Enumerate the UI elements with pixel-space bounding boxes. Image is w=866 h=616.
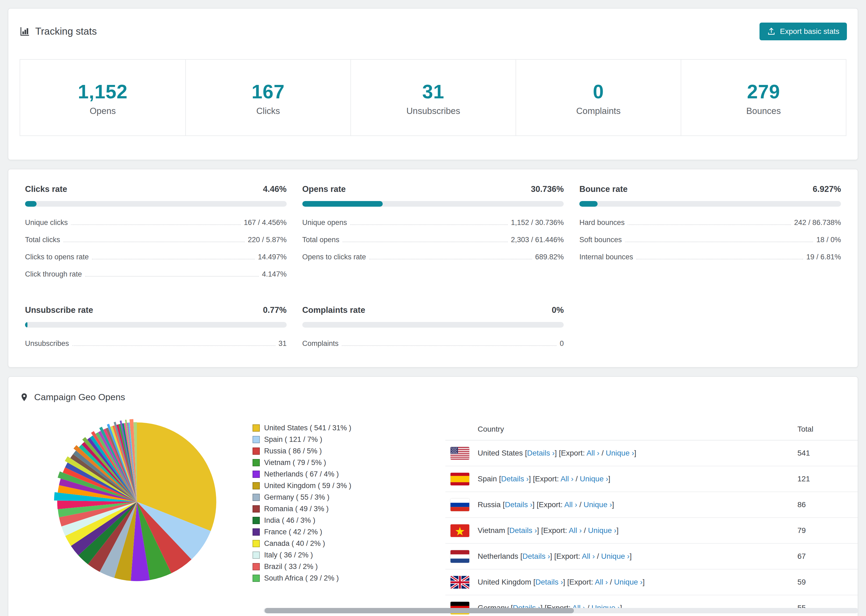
legend-item[interactable]: United Kingdom ( 59 / 3% ) <box>252 480 351 492</box>
details-link[interactable]: Details › <box>501 475 529 483</box>
rate-row-value: 4.147% <box>262 270 287 278</box>
rate-rows: Unique clicks 167 / 4.456% Total clicks … <box>25 218 287 278</box>
flag-es-icon <box>450 473 469 486</box>
bracket-open: [ <box>501 500 505 509</box>
rate-section: Opens rate 30.736% Unique opens 1,152 / … <box>302 184 564 278</box>
country-name: Russia <box>478 500 501 509</box>
legend-swatch-icon <box>252 528 260 536</box>
export-all-link[interactable]: All › <box>569 526 582 534</box>
export-unique-link[interactable]: Unique › <box>614 578 642 586</box>
flag-vn-icon <box>450 524 469 537</box>
details-link[interactable]: Details › <box>535 578 563 586</box>
total-cell: 541 <box>797 449 858 457</box>
dotted-leader <box>342 345 557 346</box>
geo-opens-card: Campaign Geo Opens United States ( 541 /… <box>8 376 858 616</box>
slash-separator: / <box>608 578 614 586</box>
bracket-open: [ <box>497 475 501 483</box>
export-unique-link[interactable]: Unique › <box>601 552 630 560</box>
slash-separator: / <box>582 526 588 534</box>
legend-item[interactable]: Brazil ( 33 / 2% ) <box>252 561 351 572</box>
rate-title: Bounce rate <box>579 184 627 194</box>
export-all-link[interactable]: All › <box>561 475 573 483</box>
rate-row: Total opens 2,303 / 61.446% <box>302 236 564 244</box>
geo-table-row: United Kingdom [Details ›] [Export: All … <box>446 569 858 595</box>
details-link[interactable]: Details › <box>509 526 537 534</box>
rate-rows: Hard bounces 242 / 86.738% Soft bounces … <box>579 218 841 261</box>
rate-head: Complaints rate 0% <box>302 305 564 315</box>
legend-swatch-icon <box>252 459 260 466</box>
bracket-close: ] <box>630 552 632 560</box>
rate-progress-fill <box>302 201 383 207</box>
stat-cell: 279 Bounces <box>681 60 846 135</box>
details-link[interactable]: Details › <box>523 552 550 560</box>
legend-item[interactable]: Canada ( 40 / 2% ) <box>252 538 351 549</box>
export-word: Export: <box>561 449 587 457</box>
legend-item[interactable]: Germany ( 55 / 3% ) <box>252 492 351 503</box>
rate-value: 0.77% <box>263 305 287 315</box>
export-all-link[interactable]: All › <box>587 449 600 457</box>
country-name: Vietnam <box>478 526 505 534</box>
rate-row-label: Click through rate <box>25 270 82 278</box>
details-link[interactable]: Details › <box>527 449 555 457</box>
stat-value: 31 <box>354 81 513 103</box>
legend-label: Spain ( 121 / 7% ) <box>264 435 322 444</box>
tracking-stats-title: Tracking stats <box>20 26 97 37</box>
horizontal-scrollbar-track[interactable] <box>264 608 858 613</box>
details-link[interactable]: Details › <box>505 500 532 509</box>
stat-label: Opens <box>23 106 183 116</box>
rate-title: Unsubscribe rate <box>25 305 93 315</box>
total-cell: 59 <box>797 578 858 586</box>
legend-swatch-icon <box>252 448 260 455</box>
dotted-leader <box>343 242 508 242</box>
rate-value: 30.736% <box>531 184 564 194</box>
rate-row-label: Internal bounces <box>579 253 633 261</box>
slash-separator: / <box>595 552 601 560</box>
export-basic-stats-button[interactable]: Export basic stats <box>759 23 847 40</box>
rate-row: Soft bounces 18 / 0% <box>579 236 841 244</box>
bracket-close: ] <box>608 475 611 483</box>
legend-swatch-icon <box>252 436 260 443</box>
legend-item[interactable]: India ( 46 / 3% ) <box>252 515 351 526</box>
slash-separator: / <box>600 449 606 457</box>
export-all-link[interactable]: All › <box>582 552 595 560</box>
legend-swatch-icon <box>252 482 260 489</box>
rate-title: Complaints rate <box>302 305 365 315</box>
flag-ru-icon <box>450 498 469 511</box>
export-all-link[interactable]: All › <box>595 578 608 586</box>
flag-us-icon <box>450 447 469 460</box>
export-unique-link[interactable]: Unique › <box>606 449 634 457</box>
slash-separator: / <box>577 500 583 509</box>
export-unique-link[interactable]: Unique › <box>580 475 608 483</box>
legend-item[interactable]: United States ( 541 / 31% ) <box>252 422 351 434</box>
legend-label: France ( 42 / 2% ) <box>264 528 322 536</box>
tracking-stats-card: Tracking stats Export basic stats 1,152 … <box>8 8 858 160</box>
dotted-leader <box>72 345 276 346</box>
export-unique-link[interactable]: Unique › <box>584 500 612 509</box>
export-unique-link[interactable]: Unique › <box>588 526 616 534</box>
slash-separator: / <box>573 475 579 483</box>
country-name: Spain <box>478 475 497 483</box>
export-all-link[interactable]: All › <box>564 500 577 509</box>
rate-rows: Unsubscribes 31 <box>25 339 287 348</box>
dotted-leader <box>350 225 507 225</box>
export-basic-stats-label: Export basic stats <box>780 27 839 36</box>
rate-row: Internal bounces 19 / 6.81% <box>579 253 841 261</box>
legend-item[interactable]: Vietnam ( 79 / 5% ) <box>252 457 351 468</box>
legend-item[interactable]: France ( 42 / 2% ) <box>252 526 351 538</box>
bracket-close: ] <box>642 578 645 586</box>
rate-row-label: Clicks to opens rate <box>25 253 89 261</box>
rate-row: Clicks to opens rate 14.497% <box>25 253 287 261</box>
geo-opens-pie-chart[interactable] <box>54 418 220 585</box>
horizontal-scrollbar-thumb[interactable] <box>265 608 574 613</box>
legend-item[interactable]: Romania ( 49 / 3% ) <box>252 503 351 515</box>
legend-item[interactable]: Spain ( 121 / 7% ) <box>252 434 351 445</box>
legend-item[interactable]: Russia ( 86 / 5% ) <box>252 445 351 457</box>
legend-item[interactable]: Netherlands ( 67 / 4% ) <box>252 468 351 480</box>
geo-table-row: Russia [Details ›] [Export: All › / Uniq… <box>446 492 858 518</box>
legend-item[interactable]: South Africa ( 29 / 2% ) <box>252 572 351 584</box>
legend-item[interactable]: Italy ( 36 / 2% ) <box>252 549 351 561</box>
geo-opens-title: Campaign Geo Opens <box>34 392 125 402</box>
rate-row-value: 31 <box>279 339 287 348</box>
rate-progress-track <box>25 201 287 207</box>
rate-title: Opens rate <box>302 184 346 194</box>
